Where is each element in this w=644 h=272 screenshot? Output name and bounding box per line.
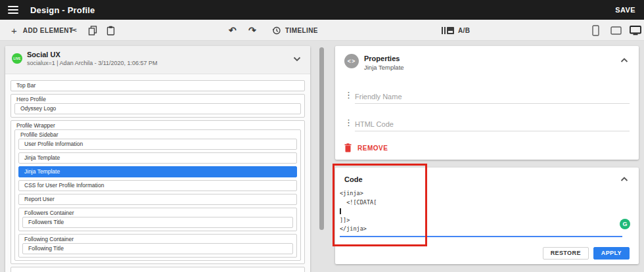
paste-button[interactable] [106, 20, 115, 41]
scissors-icon: ✂ [70, 26, 78, 35]
toolbar: + ADD ELEMENT ✂ ↶ ↷ TIMELINE A/B [0, 20, 644, 41]
ab-test-button[interactable]: A/B [442, 20, 470, 41]
grammarly-icon[interactable]: G [620, 219, 630, 229]
redo-icon: ↷ [248, 26, 256, 35]
html-code-field-row: ⋮ [335, 117, 639, 133]
desktop-icon [630, 26, 641, 35]
tablet-icon [610, 26, 622, 35]
hamburger-menu-icon[interactable] [8, 4, 18, 16]
html-code-input[interactable] [355, 117, 630, 131]
code-line: <![CDATA[ [340, 198, 630, 208]
timeline-button[interactable]: TIMELINE [272, 20, 318, 41]
tree-group-profile-sidebar: Profille Sidebar User Profile Informatio… [14, 129, 301, 261]
page-title: Design - Profile [30, 5, 95, 15]
history-clock-icon [272, 26, 281, 35]
code-line: <jinja> [340, 189, 630, 198]
preview-desktop-button[interactable] [630, 20, 641, 41]
undo-icon: ↶ [229, 26, 237, 35]
focused-field-underline [340, 236, 622, 237]
code-panel-title: Code [344, 175, 363, 183]
undo-button[interactable]: ↶ [229, 20, 237, 41]
ab-test-icon [442, 27, 454, 34]
properties-title: Properties [364, 55, 400, 62]
apply-button[interactable]: APPLY [593, 247, 630, 260]
restore-button[interactable]: RESTORE [543, 247, 589, 260]
properties-subtitle: Jinja Template [364, 64, 404, 71]
tree-item-partially-visible[interactable] [11, 267, 305, 272]
main-area: LIVE Social UX socialux=1 | Adan Archila… [0, 41, 644, 272]
text-cursor [340, 208, 341, 214]
chevron-up-icon[interactable] [620, 58, 628, 63]
preview-tablet-button[interactable] [610, 20, 622, 41]
code-element-avatar: <> [344, 54, 359, 68]
left-panel-scrollbar[interactable] [319, 47, 324, 230]
app-bar: Design - Profile SAVE [0, 0, 644, 20]
tree-group-following-container: Following Container Following Title [18, 234, 297, 258]
drag-handle-icon[interactable]: ⋮ [344, 118, 353, 127]
paste-icon [106, 26, 115, 35]
redo-button[interactable]: ↷ [248, 20, 256, 41]
chevron-down-icon[interactable] [293, 57, 301, 62]
copy-icon [88, 26, 97, 35]
friendly-name-input[interactable] [355, 89, 630, 104]
drag-handle-icon[interactable]: ⋮ [344, 91, 353, 99]
trash-icon [344, 143, 352, 152]
tree-item-css-for-user-profile-information[interactable]: CSS for User Profile Information [18, 180, 297, 191]
copy-button[interactable] [88, 20, 97, 41]
tree-item-report-user[interactable]: Report User [18, 194, 297, 205]
live-status-badge: LIVE [12, 53, 22, 64]
phone-icon [592, 25, 599, 36]
tree-group-profile-wrapper: Profile Wrapper Profille Sidebar User Pr… [11, 120, 305, 264]
code-line: ]]> [340, 216, 630, 225]
code-panel: Code <jinja> <![CDATA[ ]]> </jinja> G RE… [335, 168, 639, 264]
cut-button[interactable]: ✂ [70, 20, 78, 41]
tree-group-hero-profile: Hero Profile Odyssey Logo [11, 94, 305, 118]
friendly-name-field-row: ⋮ [335, 89, 639, 105]
code-line [340, 207, 630, 216]
element-tree-panel: LIVE Social UX socialux=1 | Adan Archila… [5, 46, 310, 272]
design-version-info: socialux=1 | Adan Archila - 3/11/2020, 1… [27, 60, 284, 66]
tree-item-top-bar[interactable]: Top Bar [11, 80, 305, 91]
save-button[interactable]: SAVE [615, 0, 635, 20]
tree-item-followers-title[interactable]: Followers Title [22, 217, 293, 228]
plus-icon: + [11, 26, 17, 35]
tree-item-user-profile-information[interactable]: User Profile Information [18, 139, 297, 150]
element-tree: Top Bar Hero Profile Odyssey Logo Profil… [5, 74, 310, 272]
chevron-up-icon[interactable] [620, 177, 628, 182]
code-panel-actions: RESTORE APPLY [543, 247, 630, 260]
properties-panel: <> Properties Jinja Template ⋮ ⋮ REMOVE [335, 46, 639, 160]
add-element-button[interactable]: + ADD ELEMENT [11, 20, 73, 41]
design-header: LIVE Social UX socialux=1 | Adan Archila… [5, 46, 310, 74]
tree-group-followers-container: Followers Container Followers Title [18, 208, 297, 231]
tree-item-odyssey-logo[interactable]: Odyssey Logo [14, 103, 301, 114]
remove-button[interactable]: REMOVE [344, 143, 388, 152]
tree-item-jinja-template-1[interactable]: Jinja Template [18, 152, 297, 164]
tree-item-jinja-template-2-selected[interactable]: Jinja Template [18, 166, 297, 177]
code-line: </jinja> [340, 225, 630, 234]
code-editor[interactable]: <jinja> <![CDATA[ ]]> </jinja> [340, 189, 630, 237]
tree-item-following-title[interactable]: Following Title [22, 243, 293, 254]
design-title: Social UX [27, 51, 284, 58]
preview-phone-button[interactable] [592, 20, 599, 41]
